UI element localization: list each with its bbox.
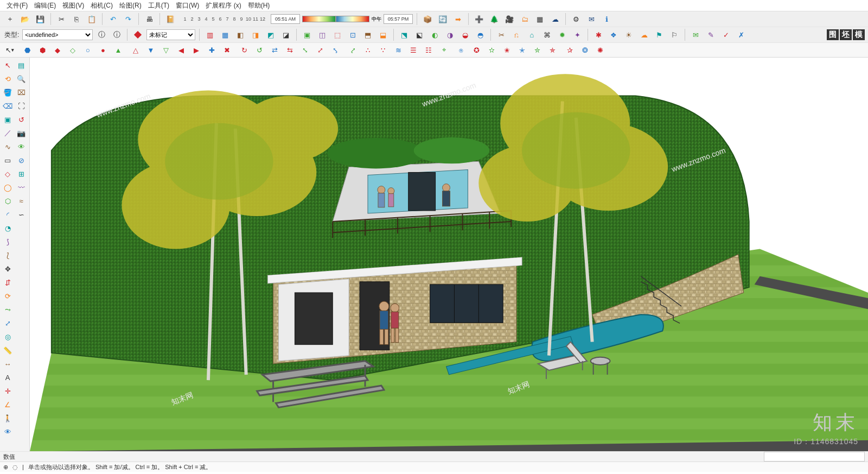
solid-union-icon[interactable]: ⌘	[540, 28, 553, 41]
rectangle-icon[interactable]: ▭	[1, 154, 14, 167]
plugin37-icon[interactable]: ❂	[578, 43, 591, 56]
plugin5-icon[interactable]: ○	[81, 43, 94, 56]
soften-icon[interactable]: ◪	[279, 28, 292, 41]
profiles-icon[interactable]: ⬓	[376, 28, 390, 41]
scale-icon[interactable]: ⤢	[1, 317, 14, 330]
menu-extensions[interactable]: 扩展程序 (x)	[202, 0, 244, 11]
cut-icon[interactable]: ✂	[55, 12, 68, 26]
polygon-icon[interactable]: ⬡	[1, 194, 14, 207]
ext-gear-icon[interactable]: ⚙	[570, 12, 583, 26]
solid-subtract-icon[interactable]: ✹	[556, 28, 569, 41]
select-dropdown-icon[interactable]: ↖▾	[3, 43, 16, 56]
outer-shell-icon[interactable]: ☀	[622, 28, 635, 41]
text-icon[interactable]: A	[1, 371, 14, 384]
tag-color-icon[interactable]	[131, 28, 144, 41]
eye-icon[interactable]: 👁	[15, 140, 28, 153]
sandbox1-icon[interactable]: 〰	[15, 181, 28, 194]
plugin18-icon[interactable]: ⇆	[283, 43, 296, 56]
followme-icon[interactable]: ⤳	[1, 303, 14, 316]
intersect-icon[interactable]: ▣	[301, 28, 314, 41]
model-info-icon[interactable]: 📔	[164, 12, 177, 26]
plugin8-icon[interactable]: △	[129, 43, 142, 56]
xray-icon[interactable]: ⊞	[15, 167, 28, 180]
plugin29-icon[interactable]: ⍟	[455, 43, 468, 56]
plugin1-icon[interactable]: ⬣	[21, 43, 34, 56]
circle-icon[interactable]: ◯	[1, 181, 14, 194]
menu-view[interactable]: 视图(V)	[59, 0, 87, 11]
plugin7-icon[interactable]: ▲	[112, 43, 125, 56]
plugin16-icon[interactable]: ↺	[253, 43, 266, 56]
export-icon[interactable]: ◒	[458, 28, 471, 41]
sandbox2-icon[interactable]: ≈	[15, 194, 28, 207]
lookaround-icon[interactable]: 👁	[1, 425, 14, 438]
tag-select[interactable]: 未标记	[146, 29, 195, 40]
arc3-icon[interactable]: ⟅	[1, 249, 14, 262]
ext-cloud-icon[interactable]: ☁	[548, 12, 561, 26]
type-select[interactable]: <undefined>	[22, 29, 93, 40]
copy-icon[interactable]: ⎘	[70, 12, 83, 26]
axes-icon[interactable]: ✛	[1, 384, 14, 397]
plugin20-icon[interactable]: ⤢	[314, 43, 327, 56]
plugin4-icon[interactable]: ◇	[66, 43, 79, 56]
import-icon[interactable]: ◑	[443, 28, 456, 41]
sandbox-from-contours-icon[interactable]: ☁	[637, 28, 650, 41]
plugin23-icon[interactable]: ∴	[361, 43, 374, 56]
plugin13-icon[interactable]: ✚	[205, 43, 218, 56]
print-icon[interactable]: 🖶	[143, 12, 156, 26]
plugin14-icon[interactable]: ✖	[220, 43, 233, 56]
zoom-extents-icon[interactable]: ⛶	[15, 99, 28, 112]
arc2-icon[interactable]: ⟆	[1, 235, 14, 248]
measure-input[interactable]	[764, 452, 865, 462]
endpoints-icon[interactable]: ⬔	[398, 28, 411, 41]
plugin35-icon[interactable]: ✯	[546, 43, 559, 56]
sandbox-from-scratch-icon[interactable]: ⚑	[653, 28, 666, 41]
section-cut-icon[interactable]: ⌂	[525, 28, 538, 41]
paint-bucket-icon[interactable]: 🪣	[1, 86, 14, 99]
ext-tree-icon[interactable]: 🌲	[488, 12, 501, 26]
plugin33-icon[interactable]: ✭	[515, 43, 528, 56]
menu-edit[interactable]: 编辑(E)	[31, 0, 59, 11]
freehand-icon[interactable]: ∿	[1, 140, 14, 153]
component-icon[interactable]: ▣	[1, 113, 14, 126]
group-icon[interactable]: ◧	[234, 28, 247, 41]
explode-icon[interactable]: ◨	[249, 28, 262, 41]
drape-icon[interactable]: ✎	[704, 28, 717, 41]
position-camera-icon[interactable]: 📷	[15, 127, 28, 140]
undo-icon[interactable]: ↶	[106, 12, 119, 26]
plugin28-icon[interactable]: ⌖	[437, 43, 450, 56]
plugin19-icon[interactable]: ⤡	[298, 43, 311, 56]
plugin32-icon[interactable]: ✬	[500, 43, 513, 56]
menu-draw[interactable]: 绘图(R)	[116, 0, 145, 11]
entity-info-icon[interactable]: ⓘ	[95, 28, 108, 41]
walk-icon[interactable]: 🚶	[1, 412, 14, 425]
rotated-rect-icon[interactable]: ◇	[1, 167, 14, 180]
plugin10-icon[interactable]: ▽	[159, 43, 173, 56]
section-fill-icon[interactable]: ⎌	[510, 28, 523, 41]
status-geo-icon[interactable]: ⊕	[3, 464, 8, 471]
ext-sync-icon[interactable]: 🔄	[436, 12, 449, 26]
zoom-window-icon[interactable]: ⌧	[15, 86, 28, 99]
ext-checker-icon[interactable]: ▦	[533, 12, 546, 26]
status-user-icon[interactable]: ◌	[12, 464, 18, 471]
dimension-icon[interactable]: ↔	[1, 357, 14, 370]
redo-icon[interactable]: ↷	[122, 12, 135, 26]
add-detail-icon[interactable]: ✓	[719, 28, 732, 41]
entity-info2-icon[interactable]: ⓘ	[110, 28, 123, 41]
menu-file[interactable]: 文件(F)	[3, 0, 31, 11]
pie-icon[interactable]: ◔	[1, 222, 14, 235]
menu-help[interactable]: 帮助(H)	[245, 0, 273, 11]
pushpull-icon[interactable]: ⇵	[1, 276, 14, 289]
save-icon[interactable]: 💾	[34, 12, 47, 26]
plugin12-icon[interactable]: ▶	[190, 43, 203, 56]
open-icon[interactable]: 📂	[18, 12, 31, 26]
new-icon[interactable]: ＋	[3, 12, 16, 26]
zoom-icon[interactable]: 🔍	[15, 72, 28, 85]
ext-layer-icon[interactable]: 🗂	[518, 12, 531, 26]
plugin25-icon[interactable]: ≋	[392, 43, 405, 56]
offset-icon[interactable]: ◎	[1, 330, 14, 343]
style-icon[interactable]: ◫	[316, 28, 329, 41]
hide-icon[interactable]: ⊘	[15, 154, 28, 167]
plugin38-icon[interactable]: ✺	[593, 43, 607, 56]
ext-box-icon[interactable]: 📦	[421, 12, 434, 26]
model-viewport[interactable]: www.znzmo.com www.znzmo.com www.znzmo.co…	[30, 58, 868, 451]
